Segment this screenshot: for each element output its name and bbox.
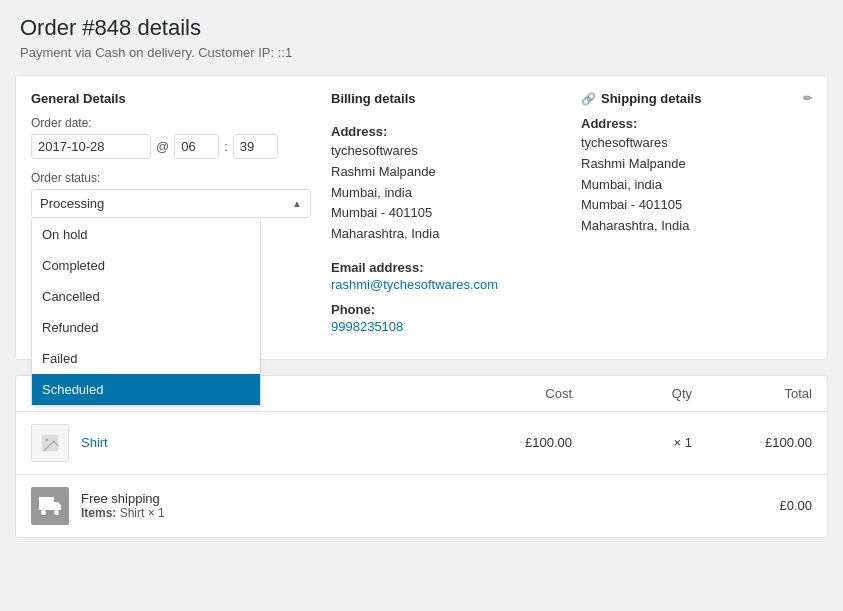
order-status-wrapper: Processing ▲ On hold Completed Cancelled… (31, 189, 311, 218)
svg-point-2 (41, 510, 46, 515)
shipping-icon-box (31, 487, 69, 525)
svg-point-3 (54, 510, 59, 515)
at-symbol: @ (156, 139, 169, 154)
edit-shipping-icon[interactable]: ✏ (803, 92, 812, 105)
billing-address-label: Address: (331, 124, 561, 139)
page-title: Order #848 details (20, 15, 823, 41)
shipping-address-block: tychesoftwares Rashmi Malpande Mumbai, i… (581, 133, 812, 237)
link-icon: 🔗 (581, 92, 596, 106)
col-cost-header: Cost (512, 386, 572, 401)
shipping-address-label: Address: (581, 116, 812, 131)
billing-details-title: Billing details (331, 91, 416, 106)
details-card: General Details Order date: @ : Order st… (15, 75, 828, 360)
billing-name: Rashmi Malpande (331, 162, 561, 183)
shipping-items-value: Shirt × 1 (120, 506, 165, 520)
billing-address-block: tychesoftwares Rashmi Malpande Mumbai, i… (331, 141, 561, 245)
billing-city: Mumbai, india (331, 183, 561, 204)
item-thumbnail (31, 424, 69, 462)
shipping-items-detail: Items: Shirt × 1 (81, 506, 779, 520)
shipping-details-section: 🔗 Shipping details ✏ Address: tychesoftw… (581, 91, 812, 344)
shipping-city2: Mumbai - 401105 (581, 195, 812, 216)
shipping-city: Mumbai, india (581, 175, 812, 196)
item-cost: £100.00 (512, 435, 572, 450)
order-item-row: Shirt £100.00 × 1 £100.00 (16, 412, 827, 475)
shipping-method-name: Free shipping (81, 491, 779, 506)
billing-email-label: Email address: (331, 260, 561, 275)
order-date-input[interactable] (31, 134, 151, 159)
billing-state: Maharashtra, India (331, 224, 561, 245)
status-option-on-hold[interactable]: On hold (32, 219, 260, 250)
status-option-scheduled[interactable]: Scheduled (32, 374, 260, 405)
shipping-row: Free shipping Items: Shirt × 1 £0.00 (16, 475, 827, 537)
col-qty-header: Qty (632, 386, 692, 401)
item-name-area: Shirt (81, 435, 512, 450)
status-option-failed[interactable]: Failed (32, 343, 260, 374)
image-placeholder-icon (39, 432, 61, 454)
colon-symbol: : (224, 139, 228, 154)
shipping-name: Rashmi Malpande (581, 154, 812, 175)
general-details-title: General Details (31, 91, 126, 106)
shipping-total: £0.00 (779, 498, 812, 513)
shipping-details-title: Shipping details (601, 91, 701, 106)
shipping-state: Maharashtra, India (581, 216, 812, 237)
status-option-cancelled[interactable]: Cancelled (32, 281, 260, 312)
order-status-value: Processing (40, 196, 104, 211)
status-option-completed[interactable]: Completed (32, 250, 260, 281)
order-status-select[interactable]: Processing ▲ (31, 189, 311, 218)
order-subtitle: Payment via Cash on delivery. Customer I… (20, 45, 823, 60)
billing-company: tychesoftwares (331, 141, 561, 162)
order-minute-input[interactable] (233, 134, 278, 159)
dropdown-scroll[interactable]: On hold Completed Cancelled Refunded Fai… (32, 219, 260, 405)
item-pricing: £100.00 × 1 £100.00 (512, 435, 812, 450)
billing-phone-label: Phone: (331, 302, 561, 317)
billing-email-link[interactable]: rashmi@tychesoftwares.com (331, 277, 498, 292)
item-total: £100.00 (752, 435, 812, 450)
billing-phone-group: Phone: 9998235108 (331, 302, 561, 334)
order-status-label: Order status: (31, 171, 311, 185)
billing-email-group: Email address: rashmi@tychesoftwares.com (331, 260, 561, 292)
status-option-refunded[interactable]: Refunded (32, 312, 260, 343)
shipping-items-label: Items: (81, 506, 116, 520)
svg-point-1 (45, 438, 48, 441)
shipping-info: Free shipping Items: Shirt × 1 (81, 491, 779, 520)
order-hour-input[interactable] (174, 134, 219, 159)
billing-details-section: Billing details Address: tychesoftwares … (331, 91, 561, 344)
truck-icon (38, 494, 62, 518)
order-date-label: Order date: (31, 116, 311, 130)
col-total-header: Total (752, 386, 812, 401)
shipping-company: tychesoftwares (581, 133, 812, 154)
status-dropdown: On hold Completed Cancelled Refunded Fai… (31, 219, 261, 406)
general-details-section: General Details Order date: @ : Order st… (31, 91, 311, 344)
chevron-up-icon: ▲ (292, 198, 302, 209)
billing-city2: Mumbai - 401105 (331, 203, 561, 224)
item-name-link[interactable]: Shirt (81, 435, 108, 450)
item-qty: × 1 (632, 435, 692, 450)
billing-phone-link[interactable]: 9998235108 (331, 319, 403, 334)
